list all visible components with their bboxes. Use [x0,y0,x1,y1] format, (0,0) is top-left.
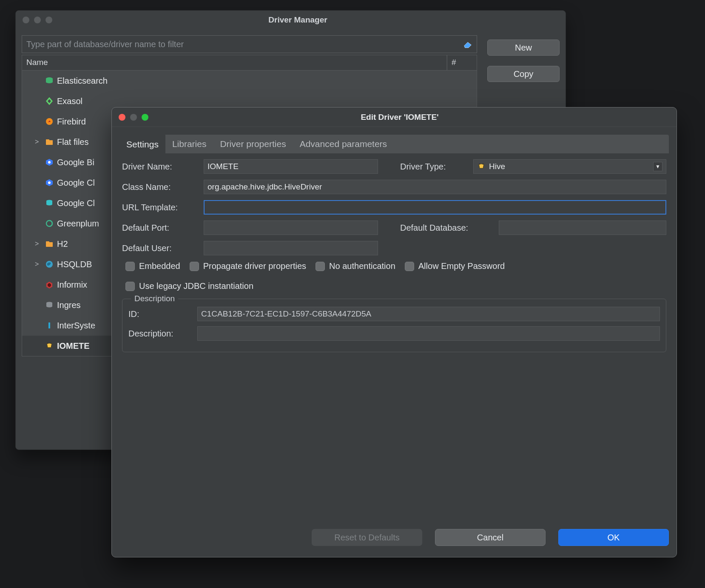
ok-button[interactable]: OK [558,529,669,546]
input-default-port[interactable] [204,220,378,235]
expand-caret-icon: > [35,240,42,248]
select-driver-type[interactable]: Hive ▼ [473,159,666,174]
row-url-template: URL Template: [122,200,666,215]
google-blue-icon [44,178,54,187]
driver-label: IOMETE [57,341,90,351]
check-no-auth[interactable]: No authentication [316,261,395,271]
svg-point-22 [483,164,484,165]
new-button[interactable]: New [487,40,560,56]
zoom-dot[interactable] [142,114,148,121]
row-driver-name: Driver Name: Driver Type: Hive ▼ [122,159,666,174]
checkbox-row: Embedded Propagate driver properties No … [125,261,666,291]
driver-label: Flat files [57,137,88,147]
ed-title: Edit Driver 'IOMETE' [148,113,677,122]
label-url-template: URL Template: [122,203,199,212]
checkbox-icon [316,262,325,271]
filter-input[interactable] [22,40,461,49]
settings-form: Driver Name: Driver Type: Hive ▼ Class N… [119,153,669,352]
db-gray-icon [44,300,54,310]
tab-driver-properties[interactable]: Driver properties [213,135,293,153]
hive-icon [477,162,486,171]
svg-rect-13 [46,241,49,243]
tab-advanced-parameters[interactable]: Advanced parameters [293,135,394,153]
svg-point-7 [48,161,51,164]
driver-label: HSQLDB [57,260,92,269]
input-url-template[interactable] [204,200,666,215]
minimize-dot[interactable] [34,17,41,23]
google-teal-icon [44,198,54,208]
cancel-button[interactable]: Cancel [435,529,546,546]
driver-row-elasticsearch[interactable]: Elasticsearch [22,71,477,91]
db-green-icon [44,76,54,85]
label-id: ID: [128,309,192,319]
check-allow-empty-pw[interactable]: Allow Empty Password [405,261,505,271]
col-name[interactable]: Name [22,55,447,70]
input-driver-name[interactable] [204,159,378,174]
informix-icon [44,280,54,289]
tab-settings[interactable]: Settings [119,135,165,153]
driver-label: Elasticsearch [57,76,108,86]
driver-label: Google Bi [57,158,94,167]
driver-label: Google Cl [57,178,95,188]
checkbox-icon [190,262,199,271]
svg-point-20 [51,343,52,344]
input-default-database[interactable] [499,220,666,235]
label-default-user: Default User: [122,243,199,253]
tab-libraries[interactable]: Libraries [165,135,213,153]
col-hash[interactable]: # [447,55,477,70]
check-embedded[interactable]: Embedded [125,261,180,271]
google-blue-icon [44,158,54,167]
driver-label: Greenplum [57,219,99,229]
row-id: ID: [128,307,660,321]
folder-orange-icon [44,137,54,147]
input-default-user[interactable] [204,241,378,255]
traffic-lights [119,114,148,121]
driver-label: Ingres [57,300,81,310]
checkbox-icon [125,282,135,291]
greenplum-icon [44,219,54,228]
ed-footer: Reset to Defaults Cancel OK [112,526,677,557]
label-default-database: Default Database: [400,223,494,233]
description-group: Description ID: Description: [122,299,666,352]
svg-marker-0 [464,42,472,48]
copy-button[interactable]: Copy [487,66,560,82]
expand-caret-icon: > [35,138,42,146]
driver-label: Firebird [57,117,86,127]
svg-point-9 [48,181,51,184]
ed-body: SettingsLibrariesDriver propertiesAdvanc… [112,127,677,526]
svg-point-21 [479,164,480,165]
driver-label: Google Cl [57,198,95,208]
svg-rect-5 [46,139,49,141]
checkbox-icon [405,262,414,271]
dm-title: Driver Manager [52,15,566,25]
exasol-icon [44,96,54,106]
edit-driver-window: Edit Driver 'IOMETE' SettingsLibrariesDr… [111,107,677,557]
firebird-icon [44,117,54,126]
minimize-dot[interactable] [130,114,137,121]
check-legacy-jdbc[interactable]: Use legacy JDBC instantiation [125,281,666,291]
tabbar: SettingsLibrariesDriver propertiesAdvanc… [119,135,669,153]
label-driver-type: Driver Type: [400,162,468,172]
svg-marker-2 [47,98,52,104]
input-description[interactable] [197,326,660,341]
label-default-port: Default Port: [122,223,199,233]
close-dot[interactable] [23,17,29,23]
iomete-icon [44,341,54,351]
hsqldb-icon [44,260,54,269]
input-class-name[interactable] [204,180,666,194]
check-propagate[interactable]: Propagate driver properties [190,261,306,271]
row-class-name: Class Name: [122,180,666,194]
description-legend: Description [131,294,178,303]
close-dot[interactable] [119,114,125,121]
eraser-icon[interactable] [461,38,474,51]
filter-box [22,35,477,53]
expand-caret-icon: > [35,260,42,268]
zoom-dot[interactable] [45,17,52,23]
folder-orange-icon [44,239,54,249]
table-header: Name # [22,55,477,71]
input-id[interactable] [197,307,660,321]
ed-titlebar: Edit Driver 'IOMETE' [112,107,677,127]
intersystems-icon [44,321,54,330]
driver-label: Informix [57,280,87,290]
svg-rect-18 [48,322,50,328]
